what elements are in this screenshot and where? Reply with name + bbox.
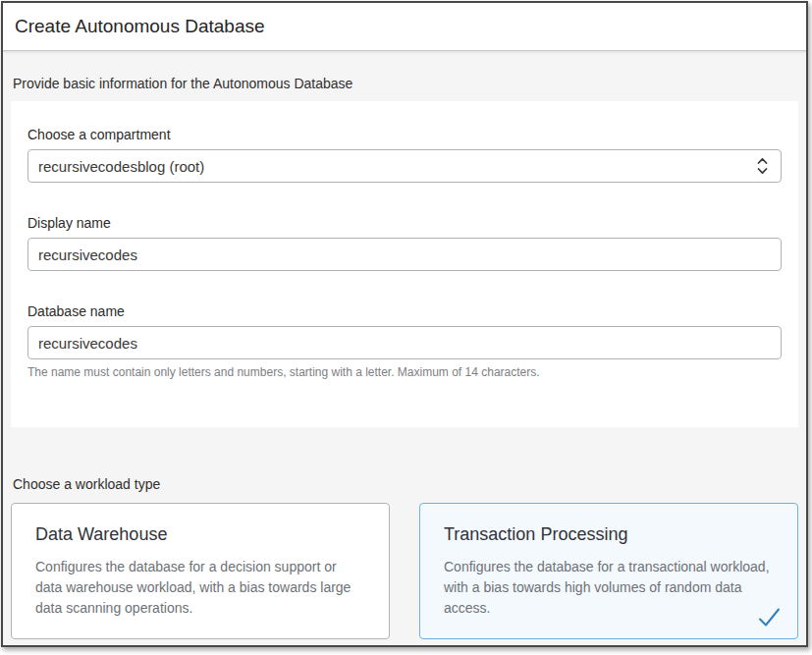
dialog-window: Create Autonomous Database Provide basic… [1,1,808,647]
display-name-label: Display name [27,215,782,231]
workload-section-label: Choose a workload type [11,427,798,503]
dialog-header: Create Autonomous Database [3,3,806,51]
basic-info-section-label: Provide basic information for the Autono… [11,51,798,101]
up-down-chevron-icon [756,156,769,176]
database-name-label: Database name [27,303,782,319]
workload-cards: Data Warehouse Configures the database f… [11,503,798,639]
compartment-select[interactable]: recursivecodesblog (root) [27,149,782,183]
workload-card-description: Configures the database for a transactio… [444,557,774,619]
workload-card-transaction-processing[interactable]: Transaction Processing Configures the da… [419,503,798,639]
compartment-select-value: recursivecodesblog (root) [38,158,204,175]
compartment-field: Choose a compartment recursivecodesblog … [27,127,782,183]
workload-card-data-warehouse[interactable]: Data Warehouse Configures the database f… [11,503,390,639]
display-name-input[interactable] [27,238,782,271]
database-name-help-text: The name must contain only letters and n… [27,365,782,379]
workload-card-title: Transaction Processing [444,524,774,545]
workload-card-description: Configures the database for a decision s… [35,557,365,619]
workload-card-title: Data Warehouse [35,524,365,545]
page-title: Create Autonomous Database [15,16,265,37]
database-name-input[interactable] [27,326,782,359]
checkmark-icon [757,607,782,628]
compartment-label: Choose a compartment [27,127,782,142]
database-name-field: Database name The name must contain only… [27,303,782,379]
dialog-body: Provide basic information for the Autono… [3,51,806,639]
display-name-field: Display name [27,215,782,271]
basic-info-panel: Choose a compartment recursivecodesblog … [11,101,798,427]
